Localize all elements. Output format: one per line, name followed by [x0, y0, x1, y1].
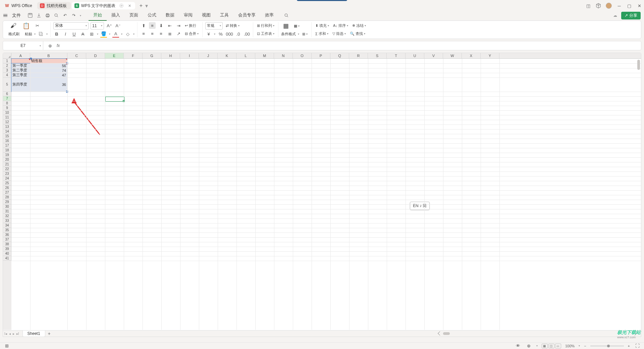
col-header-A[interactable]: A: [11, 53, 30, 58]
col-header-O[interactable]: O: [293, 53, 312, 58]
row-header-28[interactable]: 28: [3, 195, 11, 200]
tab-formula[interactable]: 公式: [143, 10, 161, 21]
sort-button[interactable]: A↓排序▾: [332, 22, 349, 29]
share-button[interactable]: ↗ 分享: [621, 12, 641, 19]
align-top-icon[interactable]: ⬆: [140, 22, 147, 29]
user-avatar[interactable]: [606, 3, 612, 9]
row-header-34[interactable]: 34: [3, 223, 11, 228]
format-as-table-button[interactable]: ⊞▾: [301, 31, 309, 37]
comma-icon[interactable]: 000: [226, 31, 233, 38]
fullscreen-icon[interactable]: ⛶: [634, 343, 641, 349]
number-format-select[interactable]: 常规▾: [205, 22, 223, 30]
row-header-6[interactable]: 6: [3, 92, 11, 96]
row-header-32[interactable]: 32: [3, 214, 11, 218]
tab-tools[interactable]: 工具: [215, 10, 233, 21]
copy-icon[interactable]: ⿻: [38, 31, 44, 38]
cells-area[interactable]: 销售额 第一季度 56 第二季度 74 第三季度 47 第四季度 36 EN ♪…: [11, 59, 641, 330]
file-menu[interactable]: 文件: [12, 12, 21, 18]
row-header-13[interactable]: 13: [3, 124, 11, 129]
zoom-fx-icon[interactable]: ⊕: [47, 42, 53, 49]
row-header-19[interactable]: 19: [3, 153, 11, 157]
cell-b5[interactable]: 36: [30, 78, 67, 92]
row-header-9[interactable]: 9: [3, 106, 11, 110]
col-header-K[interactable]: K: [218, 53, 236, 58]
clear-format-icon[interactable]: ◇: [124, 31, 131, 38]
sheet-nav[interactable]: I◂◂▸▸I: [4, 332, 19, 336]
cell-b3[interactable]: 74: [30, 68, 67, 73]
app-tab-wps[interactable]: W WPS Office: [2, 2, 36, 9]
row-header-24[interactable]: 24: [3, 176, 11, 181]
row-header-4[interactable]: 4: [3, 73, 11, 78]
fill-color-icon[interactable]: 🪣: [100, 31, 107, 38]
indent-decrease-icon[interactable]: ⇤: [166, 22, 173, 29]
maximize-icon[interactable]: ▢: [627, 3, 632, 8]
name-box[interactable]: E7 ▾: [3, 41, 43, 50]
convert-button[interactable]: ⇄转换▾: [225, 22, 240, 29]
font-color-icon[interactable]: A: [112, 31, 119, 38]
tab-view[interactable]: 视图: [197, 10, 215, 21]
print-preview-icon[interactable]: [54, 13, 59, 18]
col-header-X[interactable]: X: [462, 53, 481, 58]
row-header-7[interactable]: 7: [3, 96, 11, 101]
worksheet-button[interactable]: ⊡工作表▾: [256, 31, 275, 37]
zoom-out-icon[interactable]: −: [584, 344, 586, 348]
tab-efficiency[interactable]: 效率: [260, 10, 278, 21]
row-header-18[interactable]: 18: [3, 148, 11, 153]
row-header-16[interactable]: 16: [3, 139, 11, 143]
col-header-C[interactable]: C: [67, 53, 86, 58]
col-header-P[interactable]: P: [312, 53, 330, 58]
col-header-W[interactable]: W: [443, 53, 462, 58]
cell-b2[interactable]: 56: [30, 63, 67, 68]
cell-a5[interactable]: 第四季度: [11, 78, 30, 92]
row-header-41[interactable]: 41: [3, 256, 11, 261]
refresh-icon[interactable]: ⟳: [119, 4, 123, 8]
row-header-40[interactable]: 40: [3, 251, 11, 256]
row-header-26[interactable]: 26: [3, 186, 11, 190]
cloud-icon[interactable]: ☁: [612, 13, 618, 18]
row-header-12[interactable]: 12: [3, 120, 11, 124]
col-header-S[interactable]: S: [368, 53, 387, 58]
cell-a2[interactable]: 第一季度: [11, 63, 30, 68]
merge-button[interactable]: ⊟合并▾: [184, 31, 200, 37]
print-icon[interactable]: [45, 13, 50, 18]
cell-b4[interactable]: 47: [30, 73, 67, 78]
row-header-31[interactable]: 31: [3, 209, 11, 214]
row-header-20[interactable]: 20: [3, 157, 11, 162]
cell-a4[interactable]: 第三季度: [11, 73, 30, 78]
save-icon[interactable]: [28, 13, 33, 18]
bold-icon[interactable]: B: [53, 31, 60, 38]
cell-a3[interactable]: 第二季度: [11, 68, 30, 73]
italic-icon[interactable]: I: [62, 31, 69, 38]
paste-button[interactable]: 📋: [20, 22, 32, 30]
tab-review[interactable]: 审阅: [179, 10, 197, 21]
row-header-25[interactable]: 25: [3, 181, 11, 186]
row-header-21[interactable]: 21: [3, 162, 11, 167]
col-header-M[interactable]: M: [255, 53, 274, 58]
minimize-icon[interactable]: ─: [616, 3, 622, 8]
col-header-V[interactable]: V: [424, 53, 443, 58]
col-header-Q[interactable]: Q: [330, 53, 349, 58]
col-header-R[interactable]: R: [349, 53, 368, 58]
fx-icon[interactable]: fx: [57, 43, 60, 48]
eye-icon[interactable]: 👁: [515, 343, 522, 349]
row-header-15[interactable]: 15: [3, 134, 11, 139]
row-header-38[interactable]: 38: [3, 242, 11, 247]
col-header-E[interactable]: E: [105, 53, 124, 58]
sheet-tab[interactable]: Sheet1: [22, 331, 45, 337]
tab-member[interactable]: 会员专享: [233, 10, 260, 21]
row-header-33[interactable]: 33: [3, 218, 11, 223]
align-right-icon[interactable]: ≡: [158, 31, 164, 37]
align-bottom-icon[interactable]: ⬇: [158, 22, 164, 29]
horizontal-scrollbar[interactable]: [435, 332, 636, 335]
align-middle-icon[interactable]: ≡: [149, 22, 156, 29]
row-header-22[interactable]: 22: [3, 167, 11, 171]
new-tab-button[interactable]: +▾: [138, 3, 149, 9]
row-header-11[interactable]: 11: [3, 115, 11, 120]
format-painter-button[interactable]: 🖌: [8, 22, 18, 30]
zoom-value[interactable]: 100%: [565, 344, 575, 348]
close-window-icon[interactable]: ✕: [637, 3, 642, 8]
window-copy-icon[interactable]: ◫: [586, 3, 591, 8]
col-header-N[interactable]: N: [274, 53, 293, 58]
wrap-text-button[interactable]: ↩换行: [184, 22, 197, 29]
strikethrough-icon[interactable]: A: [79, 31, 86, 38]
